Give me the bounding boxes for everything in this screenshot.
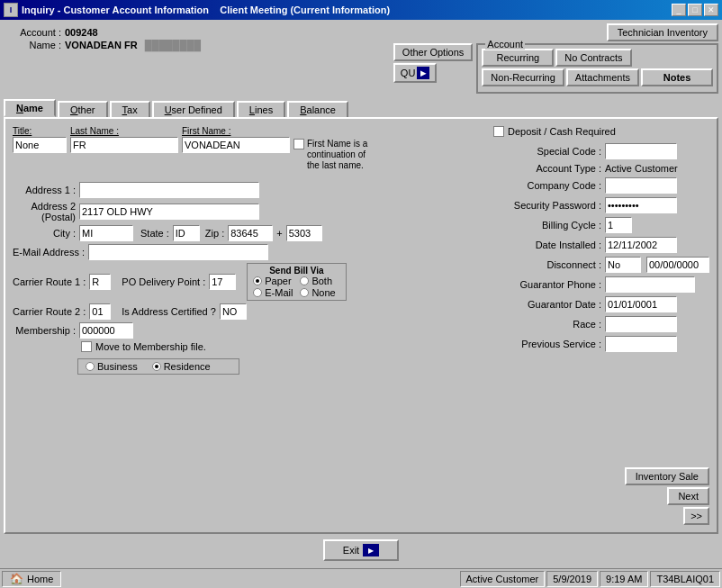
residence-label: Residence — [164, 361, 211, 372]
plus4-input[interactable] — [286, 225, 322, 241]
tab-balance[interactable]: Balance — [287, 101, 348, 117]
residence-radio-row[interactable]: Residence — [152, 361, 211, 372]
attachments-button[interactable]: Attachments — [566, 68, 639, 86]
move-membership-label: Move to Membership file. — [95, 341, 206, 352]
account-number: 009248 — [65, 27, 98, 38]
guarantor-phone-input[interactable] — [605, 276, 695, 293]
carrier2-input[interactable] — [89, 303, 111, 320]
business-radio-row[interactable]: Business — [86, 361, 138, 372]
account-buttons-top: Recurring No Contracts — [482, 49, 713, 67]
form-panel: Title: Last Name : First Name : — [4, 117, 718, 534]
both-radio-row[interactable]: Both — [300, 276, 339, 286]
paper-label: Paper — [265, 276, 291, 286]
last-name-input[interactable] — [70, 137, 178, 153]
first-name-input[interactable] — [182, 137, 290, 153]
next-button[interactable]: Next — [667, 487, 709, 505]
close-button[interactable]: ✕ — [704, 4, 718, 16]
no-contracts-button[interactable]: No Contracts — [555, 49, 631, 67]
guarantor-date-row: Guarantor Date : — [493, 296, 709, 312]
send-bill-via-group: Send Bill Via Paper Both — [247, 263, 346, 301]
inventory-sale-button[interactable]: Inventory Sale — [625, 467, 709, 485]
last-name-field-group: Last Name : — [70, 126, 178, 153]
title-bar: I Inquiry - Customer Account Information… — [0, 0, 722, 20]
deposit-checkbox[interactable] — [493, 126, 504, 137]
minimize-button[interactable]: _ — [672, 4, 686, 16]
email-input[interactable] — [88, 244, 268, 260]
city-row: City : State : Zip : + — [13, 225, 486, 241]
state-input[interactable] — [173, 225, 200, 241]
account-name-row: Name : VONADEAN FR ████████ — [7, 40, 386, 50]
city-input[interactable] — [79, 225, 133, 241]
qu-button[interactable]: QU ▶ — [393, 63, 438, 83]
disconnect-label: Disconnect : — [493, 259, 601, 270]
date-installed-input[interactable] — [605, 237, 677, 253]
title-bar-left: I Inquiry - Customer Account Information… — [4, 3, 390, 17]
maximize-button[interactable]: □ — [688, 4, 702, 16]
deposit-label: Deposit / Cash Required — [508, 126, 616, 137]
previous-service-row: Previous Service : — [493, 336, 709, 352]
paper-radio-row[interactable]: Paper — [253, 276, 293, 286]
email-radio[interactable] — [253, 288, 262, 297]
billing-cycle-label: Billing Cycle : — [493, 220, 601, 231]
company-code-input[interactable] — [605, 177, 677, 194]
continuation-note: First Name is a continuation of the last… — [307, 139, 379, 171]
account-name: VONADEAN FR — [65, 40, 138, 50]
non-recurring-button[interactable]: Non-Recurring — [482, 68, 564, 86]
guarantor-date-input[interactable] — [605, 296, 677, 312]
special-code-label: Special Code : — [493, 146, 601, 157]
both-radio[interactable] — [300, 276, 309, 285]
membership-input[interactable] — [79, 322, 133, 339]
previous-service-input[interactable] — [605, 336, 677, 352]
address1-row: Address 1 : — [13, 182, 486, 198]
paper-radio[interactable] — [253, 276, 262, 285]
business-radio[interactable] — [86, 362, 95, 371]
special-code-input[interactable] — [605, 143, 677, 159]
home-button[interactable]: 🏠 Home — [2, 571, 61, 587]
form-inner: Title: Last Name : First Name : — [13, 126, 709, 375]
email-radio-row[interactable]: E-Mail — [253, 287, 293, 298]
residence-radio[interactable] — [152, 362, 161, 371]
race-input[interactable] — [605, 316, 677, 332]
tab-tax[interactable]: Tax — [110, 101, 150, 117]
tabs-area: Name Other Tax User Defined Lines Balanc… — [4, 97, 718, 115]
account-type-value: Active Customer — [605, 163, 678, 174]
city-label: City : — [13, 228, 76, 239]
window-controls: _ □ ✕ — [672, 4, 718, 16]
security-password-label: Security Password : — [493, 200, 601, 211]
account-group: Account Recurring No Contracts Non-Recur… — [476, 43, 718, 94]
account-type-label: Account Type : — [493, 163, 601, 174]
exit-area: Exit ▶ — [4, 536, 718, 565]
disconnect-input[interactable] — [605, 257, 641, 273]
continuation-checkbox[interactable] — [293, 139, 304, 149]
tab-user-defined[interactable]: User Defined — [152, 101, 235, 117]
title-input[interactable] — [13, 137, 67, 153]
carrier1-input[interactable] — [89, 274, 111, 290]
technician-inventory-button[interactable]: Technician Inventory — [607, 23, 718, 41]
security-password-input[interactable] — [605, 197, 677, 213]
exit-button[interactable]: Exit ▶ — [323, 539, 399, 561]
po-delivery-input[interactable] — [209, 274, 236, 290]
arrow-button[interactable]: >> — [683, 507, 709, 525]
name-section: Title: Last Name : First Name : — [13, 126, 486, 171]
none-label: None — [311, 287, 335, 298]
address-certified-input[interactable] — [220, 303, 247, 320]
zip-label: Zip : — [205, 228, 224, 239]
move-membership-checkbox[interactable] — [81, 341, 92, 352]
main-window: I Inquiry - Customer Account Information… — [0, 0, 722, 588]
recurring-button[interactable]: Recurring — [482, 49, 554, 67]
billing-cycle-input[interactable] — [605, 217, 632, 233]
none-radio[interactable] — [300, 288, 309, 297]
address1-input[interactable] — [79, 182, 259, 198]
disconnect-date-input[interactable] — [646, 257, 709, 273]
po-delivery-label: PO Delivery Point : — [122, 276, 205, 287]
notes-button[interactable]: Notes — [641, 68, 713, 86]
other-options-button[interactable]: Other Options — [393, 43, 473, 61]
none-radio-row[interactable]: None — [300, 287, 339, 298]
status-customer: Active Customer — [460, 571, 546, 587]
tab-other[interactable]: Other — [58, 101, 108, 117]
membership-row: Membership : — [13, 322, 486, 339]
tab-lines[interactable]: Lines — [237, 101, 285, 117]
zip-input[interactable] — [228, 225, 273, 241]
tab-name[interactable]: Name — [4, 99, 56, 117]
address2-input[interactable] — [79, 204, 259, 220]
